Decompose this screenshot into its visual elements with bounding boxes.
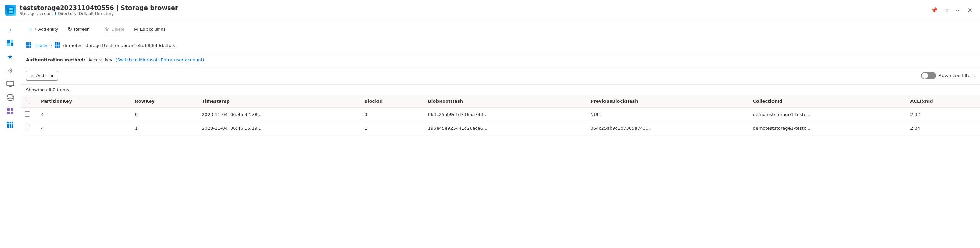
svg-rect-7 xyxy=(7,43,10,46)
svg-rect-2 xyxy=(11,8,13,10)
breadcrumb-tables-icon xyxy=(26,42,31,49)
subtitle-row: Storage account ℹ Directory: Default Dir… xyxy=(20,11,178,16)
auth-switch-link[interactable]: (Switch to Microsoft Entra user account) xyxy=(116,57,204,62)
edit-columns-icon: ⊞ xyxy=(134,27,138,32)
svg-rect-3 xyxy=(8,11,11,13)
content-area: + + Add entity ↻ Refresh 🗑 Delete ⊞ Edit… xyxy=(21,21,980,248)
row-select-checkbox[interactable] xyxy=(24,111,30,117)
cell-timestamp: 2023-11-04T06:46:15.19... xyxy=(197,122,360,135)
edit-columns-label: Edit columns xyxy=(140,27,165,32)
table-header-acltxnid[interactable]: ACLTxnId xyxy=(906,95,980,107)
svg-rect-13 xyxy=(7,108,10,110)
table-row[interactable]: 4 1 2023-11-04T06:46:15.19... 1 196e45e9… xyxy=(21,122,980,135)
auth-method-label: Authentication method: Access key (Switc… xyxy=(26,57,204,62)
cell-partitionkey: 4 xyxy=(37,107,131,122)
advanced-filters-label: Advanced filters xyxy=(939,73,975,78)
cell-acltxnid: 2.34 xyxy=(906,122,980,135)
breadcrumb-current-icon xyxy=(54,42,60,49)
close-button[interactable]: ✕ xyxy=(965,5,975,15)
select-all-checkbox[interactable] xyxy=(24,98,30,103)
advanced-filters-toggle[interactable] xyxy=(921,72,936,80)
auth-method-value: Access key xyxy=(88,57,113,62)
breadcrumb-tables-link[interactable]: Tables xyxy=(35,43,48,48)
advanced-filters-group: Advanced filters xyxy=(921,72,975,80)
svg-point-12 xyxy=(7,95,13,97)
sidebar-item-favorites[interactable]: ★ xyxy=(4,51,16,63)
data-table-container[interactable]: PartitionKey RowKey Timestamp BlockId Bl… xyxy=(21,95,980,248)
svg-rect-17 xyxy=(7,122,13,128)
sidebar-item-settings[interactable]: ⚙ xyxy=(4,64,16,77)
breadcrumb-separator: › xyxy=(51,43,52,48)
table-header-previousblockhash[interactable]: PreviousBlockHash xyxy=(586,95,749,107)
sidebar-toggle[interactable]: › xyxy=(4,23,16,35)
table-header-timestamp[interactable]: Timestamp xyxy=(197,95,360,107)
title-actions: 📌 ☆ ··· ✕ xyxy=(929,5,975,15)
sidebar-item-images[interactable] xyxy=(4,37,16,49)
add-filter-button[interactable]: ⊿ Add filter xyxy=(26,70,58,80)
refresh-button[interactable]: ↻ Refresh xyxy=(64,24,93,34)
add-entity-button[interactable]: + + Add entity xyxy=(26,24,61,34)
table-header-row: PartitionKey RowKey Timestamp BlockId Bl… xyxy=(21,95,980,107)
cell-previousblockhash: NULL xyxy=(586,107,749,122)
window-title: teststorage20231104t0556 | Storage brows… xyxy=(20,4,178,11)
sidebar-item-storage[interactable] xyxy=(4,91,16,104)
row-select-checkbox[interactable] xyxy=(24,125,30,130)
refresh-label: Refresh xyxy=(74,27,90,32)
directory-label: Directory: Default Directory xyxy=(57,11,114,16)
svg-rect-4 xyxy=(11,11,13,13)
star-button[interactable]: ☆ xyxy=(942,5,951,15)
table-header-partitionkey[interactable]: PartitionKey xyxy=(37,95,131,107)
table-header-rowkey[interactable]: RowKey xyxy=(131,95,198,107)
cell-blockid: 0 xyxy=(360,107,423,122)
title-label: teststorage20231104t0556 | Storage brows… xyxy=(20,4,178,11)
table-row[interactable]: 4 0 2023-11-04T06:45:42.78... 0 064c25ab… xyxy=(21,107,980,122)
info-icon: ℹ xyxy=(55,11,57,16)
svg-rect-14 xyxy=(11,108,13,110)
svg-rect-27 xyxy=(54,42,60,48)
svg-rect-8 xyxy=(11,43,13,46)
items-count-label: Showing all 2 items xyxy=(26,87,69,93)
svg-rect-1 xyxy=(8,8,11,10)
delete-label: Delete xyxy=(111,27,124,32)
pin-button[interactable]: 📌 xyxy=(929,5,940,15)
table-header-blobroothash[interactable]: BlobRootHash xyxy=(424,95,586,107)
title-bar: teststorage20231104t0556 | Storage brows… xyxy=(0,0,980,21)
cell-blockid: 1 xyxy=(360,122,423,135)
subtitle-label: Storage account xyxy=(20,11,54,16)
cell-blobroothash: 064c25ab9c1d7365a743... xyxy=(424,107,586,122)
cell-collectionid: demoteststorage1-testc... xyxy=(749,107,906,122)
filter-icon: ⊿ xyxy=(30,73,34,78)
title-text-group: teststorage20231104t0556 | Storage brows… xyxy=(20,4,178,16)
refresh-icon: ↻ xyxy=(67,26,72,32)
cell-previousblockhash: 064c25ab9c1d7365a743... xyxy=(586,122,749,135)
cell-acltxnid: 2.32 xyxy=(906,107,980,122)
auth-label-bold: Authentication method: xyxy=(26,57,86,62)
sidebar-item-table[interactable] xyxy=(4,119,16,131)
cell-collectionid: demoteststorage1-testc... xyxy=(749,122,906,135)
toolbar: + + Add entity ↻ Refresh 🗑 Delete ⊞ Edit… xyxy=(21,21,980,38)
delete-button[interactable]: 🗑 Delete xyxy=(101,24,128,34)
items-count: Showing all 2 items xyxy=(21,85,980,95)
table-header-blockid[interactable]: BlockId xyxy=(360,95,423,107)
svg-rect-5 xyxy=(7,40,10,43)
auth-bar: Authentication method: Access key (Switc… xyxy=(21,53,980,67)
toolbar-separator xyxy=(97,25,97,34)
add-filter-label: Add filter xyxy=(36,73,54,78)
row-checkbox[interactable] xyxy=(21,107,37,122)
svg-rect-6 xyxy=(11,40,13,43)
cell-timestamp: 2023-11-04T06:45:42.78... xyxy=(197,107,360,122)
cell-blobroothash: 196e45e925441c26aca6... xyxy=(424,122,586,135)
edit-columns-button[interactable]: ⊞ Edit columns xyxy=(130,24,169,34)
cell-partitionkey: 4 xyxy=(37,122,131,135)
svg-rect-16 xyxy=(11,112,13,114)
delete-icon: 🗑 xyxy=(105,27,110,32)
breadcrumb: Tables › demoteststorage1testcontainer1e… xyxy=(21,38,980,53)
sidebar-item-monitor[interactable] xyxy=(4,78,16,90)
more-button[interactable]: ··· xyxy=(954,6,963,15)
sidebar: › ★ ⚙ xyxy=(0,21,21,248)
row-checkbox[interactable] xyxy=(21,122,37,135)
svg-rect-22 xyxy=(26,42,31,48)
table-header-collectionid[interactable]: CollectionId xyxy=(749,95,906,107)
app-icon xyxy=(5,5,16,16)
sidebar-item-grid[interactable] xyxy=(4,105,16,117)
